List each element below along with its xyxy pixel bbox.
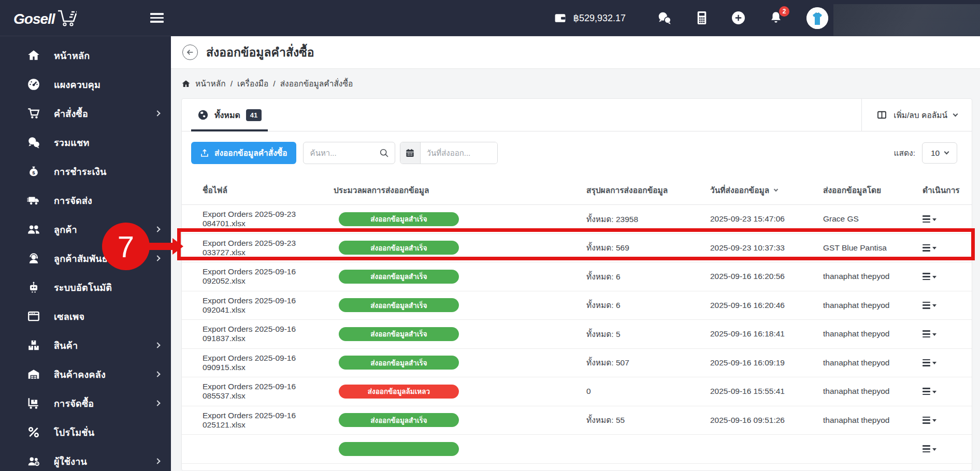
sidebar: หน้าหลัก แผงควบคุม คำสั่งซื้อ xyxy=(0,36,171,471)
caret-down-icon xyxy=(932,333,936,336)
add-remove-columns-button[interactable]: เพิ่ม/ลบ คอลัมน์ xyxy=(861,99,972,131)
page-size-select[interactable]: 10 xyxy=(922,142,957,164)
sidebar-item-shipping[interactable]: การจัดส่ง xyxy=(0,186,171,215)
truck-icon xyxy=(27,194,40,207)
calendar-button[interactable] xyxy=(400,142,421,164)
table-row[interactable]: Export Orders 2025-09-16 025121.xlsx ส่ง… xyxy=(182,406,972,435)
export-date-input[interactable] xyxy=(421,142,497,164)
sort-chevron-icon xyxy=(774,187,778,191)
status-badge xyxy=(339,442,459,456)
table-row[interactable]: Export Orders 2025-09-16 085537.xlsx ส่ง… xyxy=(182,377,972,406)
plus-circle-icon xyxy=(731,11,745,25)
home-icon xyxy=(27,49,40,62)
sidebar-item-customers[interactable]: ลูกค้า xyxy=(0,215,171,244)
table-row[interactable] xyxy=(182,435,972,464)
search-icon[interactable] xyxy=(379,148,390,158)
file-name: Export Orders 2025-09-16 091837.xlsx xyxy=(182,325,334,343)
support-agent-icon xyxy=(27,252,40,265)
gosell-logo[interactable]: Gosell xyxy=(13,9,79,27)
row-actions-menu-button[interactable] xyxy=(923,330,936,337)
export-summary: ทั้งหมด: 6 xyxy=(586,299,710,312)
menu-bars-icon xyxy=(923,445,930,452)
chevron-right-icon xyxy=(154,371,160,377)
cart-logo-icon xyxy=(56,9,79,27)
dashboard-icon xyxy=(27,78,40,91)
breadcrumb-item[interactable]: หน้าหลัก xyxy=(195,77,226,90)
top-navbar: Gosell ฿529,932.17 xyxy=(0,0,980,36)
sidebar-item-purchasing[interactable]: การจัดซื้อ xyxy=(0,389,171,418)
menu-bars-icon xyxy=(923,302,930,309)
caret-down-icon xyxy=(932,304,936,307)
exported-by: thanaphat thepyod xyxy=(823,416,923,425)
breadcrumb-item: ส่งออกข้อมูลคำสั่งซื้อ xyxy=(280,77,353,90)
column-header-by: ส่งออกข้อมูลโดย xyxy=(823,184,923,197)
menu-bars-icon xyxy=(923,215,930,223)
sidebar-item-payments[interactable]: $ การชำระเงิน xyxy=(0,157,171,186)
sidebar-item-orders[interactable]: คำสั่งซื้อ xyxy=(0,99,171,128)
chat-button[interactable] xyxy=(657,11,672,25)
breadcrumb-item[interactable]: เครื่องมือ xyxy=(237,77,268,90)
sidebar-item-inventory[interactable]: สินค้าคงคลัง xyxy=(0,360,171,389)
table-row[interactable]: Export Orders 2025-09-23 033727.xlsx ส่ง… xyxy=(182,234,972,263)
file-name: Export Orders 2025-09-16 092052.xlsx xyxy=(182,267,334,286)
status-badge: ส่งออกข้อมูลสำเร็จ xyxy=(339,356,459,370)
upload-icon xyxy=(200,149,209,158)
file-name: Export Orders 2025-09-16 092041.xlsx xyxy=(182,296,334,315)
row-actions-menu-button[interactable] xyxy=(923,273,936,280)
table-row[interactable]: Export Orders 2025-09-16 092041.xlsx ส่ง… xyxy=(182,291,972,320)
breadcrumb[interactable]: หน้าหลัก / เครื่องมือ / ส่งออกข้อมูลคำสั… xyxy=(181,69,972,98)
tshirt-avatar-image xyxy=(806,7,828,29)
sidebar-item-users[interactable]: ผู้ใช้งาน xyxy=(0,447,171,471)
sidebar-item-crm[interactable]: ลูกค้าสัมพันธ์ xyxy=(0,244,171,273)
sidebar-item-dashboard[interactable]: แผงควบคุม xyxy=(0,70,171,99)
boxes-icon xyxy=(27,338,40,352)
notifications-button[interactable]: 2 xyxy=(769,11,783,25)
tab-all[interactable]: ทั้งหมด 41 xyxy=(191,99,268,131)
table-row[interactable]: Export Orders 2025-09-16 092052.xlsx ส่ง… xyxy=(182,262,972,291)
menu-bars-icon xyxy=(923,330,930,337)
calculator-button[interactable] xyxy=(696,11,708,25)
table-row[interactable]: Export Orders 2025-09-16 091837.xlsx ส่ง… xyxy=(182,320,972,349)
robot-icon xyxy=(27,281,40,294)
row-actions-menu-button[interactable] xyxy=(923,302,936,309)
menu-bars-icon xyxy=(923,388,930,395)
sidebar-item-promotions[interactable]: โปรโมชั่น xyxy=(0,418,171,447)
sidebar-item-chats[interactable]: รวมแชท xyxy=(0,128,171,157)
back-button[interactable] xyxy=(182,45,198,60)
page-title: ส่งออกข้อมูลคำสั่งซื้อ xyxy=(206,43,314,62)
money-bag-icon: $ xyxy=(27,165,40,178)
row-actions-menu-button[interactable] xyxy=(923,445,936,452)
sidebar-item-home[interactable]: หน้าหลัก xyxy=(0,41,171,70)
file-name: Export Orders 2025-09-23 084701.xlsx xyxy=(182,210,334,228)
user-info-panel[interactable] xyxy=(833,4,980,36)
main-content: ส่งออกข้อมูลคำสั่งซื้อ หน้าหลัก / เครื่อ… xyxy=(171,36,980,471)
table-row[interactable]: Export Orders 2025-09-23 084701.xlsx ส่ง… xyxy=(182,205,972,234)
row-actions-menu-button[interactable] xyxy=(923,388,936,395)
sidebar-item-automation[interactable]: ระบบอัตโนมัติ xyxy=(0,273,171,302)
row-actions-menu-button[interactable] xyxy=(923,215,936,223)
wallet-balance[interactable]: ฿529,932.17 xyxy=(554,11,626,24)
chevron-right-icon xyxy=(154,110,160,116)
chevron-down-icon xyxy=(944,150,949,155)
calendar-icon xyxy=(405,148,415,158)
sidebar-item-products[interactable]: สินค้า xyxy=(0,331,171,360)
export-date: 2025-09-23 15:47:06 xyxy=(710,214,823,224)
table-row[interactable]: Export Orders 2025-09-16 090915.xlsx ส่ง… xyxy=(182,349,972,378)
column-header-date[interactable]: วันที่ส่งออกข้อมูล xyxy=(710,184,823,197)
add-button[interactable] xyxy=(731,11,745,25)
export-date: 2025-09-16 15:55:41 xyxy=(710,387,823,396)
export-orders-button[interactable]: ส่งออกข้อมูลคำสั่งซื้อ xyxy=(191,142,296,164)
menu-bars-icon xyxy=(923,244,930,252)
export-summary: ทั้งหมด: 6 xyxy=(586,270,710,283)
active-tab-indicator xyxy=(191,129,268,131)
status-badge: ส่งออกข้อมูลสำเร็จ xyxy=(339,298,459,312)
back-arrow-icon xyxy=(186,48,194,56)
row-actions-menu-button[interactable] xyxy=(923,359,936,366)
user-avatar[interactable] xyxy=(806,7,828,29)
sidebar-item-salepage[interactable]: เซลเพจ xyxy=(0,302,171,331)
sidebar-toggle-icon[interactable] xyxy=(150,13,164,23)
row-actions-menu-button[interactable] xyxy=(923,417,936,424)
brand-text: Gosell xyxy=(13,11,55,27)
file-name: Export Orders 2025-09-16 025121.xlsx xyxy=(182,411,334,430)
row-actions-menu-button[interactable] xyxy=(923,244,936,252)
